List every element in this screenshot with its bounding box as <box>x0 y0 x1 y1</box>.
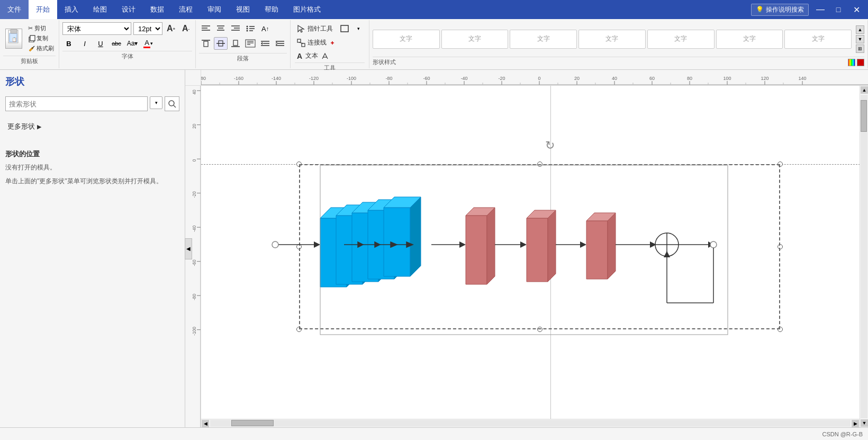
svg-marker-135 <box>410 197 421 276</box>
copy-button[interactable]: 复制 <box>26 34 56 43</box>
collapse-panel-btn[interactable]: ◀ <box>185 238 192 259</box>
tab-help[interactable]: 帮助 <box>257 0 286 19</box>
scroll-up-arrow[interactable]: ▲ <box>861 86 868 94</box>
scrollbar-horizontal[interactable]: ◀ ▶ <box>201 419 860 427</box>
tab-insert[interactable]: 插入 <box>57 0 86 19</box>
minimize-btn[interactable]: — <box>814 3 827 16</box>
position-desc: 没有打开的模具。 <box>5 163 179 172</box>
scroll-left-arrow[interactable]: ◀ <box>202 420 209 427</box>
shape-style-6[interactable]: 文字 <box>716 30 783 49</box>
svg-text:-20: -20 <box>498 76 505 81</box>
svg-rect-28 <box>246 40 255 47</box>
decrease-indent-btn[interactable] <box>258 37 272 50</box>
clipboard-label: 剪贴板 <box>3 56 56 66</box>
scroll-right-arrow[interactable]: ▶ <box>852 420 859 427</box>
svg-point-120 <box>272 241 278 248</box>
position-section: 形状的位置 没有打开的模具。 单击上面的"更多形状"菜单可浏览形状类别并打开模具… <box>5 149 179 186</box>
bullet-list-btn[interactable] <box>243 22 257 35</box>
drawing-canvas[interactable]: ↻ <box>201 86 868 427</box>
scroll-expand-btn[interactable]: ⊞ <box>856 44 864 53</box>
help-search-area[interactable]: 💡 操作说明搜索 <box>751 4 809 16</box>
shape-style-5[interactable]: 文字 <box>647 30 715 49</box>
search-button[interactable] <box>165 96 179 111</box>
valign-bottom-btn[interactable] <box>229 37 242 50</box>
scroll-thumb[interactable] <box>861 100 867 132</box>
svg-text:40: 40 <box>612 76 617 81</box>
svg-text:-140: -140 <box>272 76 281 81</box>
panel-title: 形状 <box>5 75 179 88</box>
shape-style-3[interactable]: 文字 <box>510 30 577 49</box>
tab-review[interactable]: 审阅 <box>200 0 229 19</box>
pointer-tool-btn[interactable]: 指针工具 <box>295 23 335 34</box>
search-dropdown-btn[interactable]: ▾ <box>150 96 162 109</box>
scroll-down-arrow[interactable]: ▼ <box>861 419 868 427</box>
align-left-btn[interactable] <box>199 22 213 35</box>
line-color-swatch[interactable] <box>857 59 864 66</box>
ribbon-tabs: 文件 开始 插入 绘图 设计 数据 流程 审阅 视图 帮助 图片格式 💡 操作说… <box>0 0 868 19</box>
cut-button[interactable]: ✂ 剪切 <box>26 24 56 33</box>
svg-text:40: 40 <box>192 89 197 94</box>
font-increase-btn[interactable]: A+ <box>165 22 177 35</box>
canvas-area[interactable]: -180 -160 -140 -120 -100 -80 -60 -40 -20… <box>185 70 868 427</box>
ribbon-body: 📋 ✂ 剪切 复制 格式刷 剪贴板 宋体 <box>0 19 868 70</box>
tab-start[interactable]: 开始 <box>29 0 57 19</box>
ruler-corner <box>185 70 201 86</box>
connector-tool-btn[interactable]: 连接线 <box>295 37 337 48</box>
search-row: ▾ <box>5 96 179 111</box>
svg-text:-40: -40 <box>192 226 197 232</box>
svg-marker-151 <box>527 218 548 282</box>
tab-data[interactable]: 数据 <box>143 0 171 19</box>
scroll-h-thumb[interactable] <box>231 420 274 426</box>
align-right-btn[interactable] <box>229 22 242 35</box>
svg-rect-42 <box>297 39 301 42</box>
paste-button[interactable]: 📋 <box>3 26 24 51</box>
valign-middle-btn[interactable] <box>214 37 228 50</box>
ruler-horizontal: -180 -160 -140 -120 -100 -80 -60 -40 -20… <box>201 70 868 86</box>
strikethrough-btn[interactable]: abc <box>110 37 123 50</box>
tab-draw[interactable]: 绘图 <box>86 0 114 19</box>
increase-indent-btn2[interactable] <box>273 37 287 50</box>
tab-flow[interactable]: 流程 <box>171 0 200 19</box>
position-title: 形状的位置 <box>5 149 179 159</box>
svg-text:0: 0 <box>538 76 540 81</box>
font-color-btn[interactable]: A ▾ <box>142 37 155 50</box>
font-name-select[interactable]: 宋体 <box>62 22 131 35</box>
tab-file[interactable]: 文件 <box>0 0 29 19</box>
tools-section: 指针工具 ▾ 连接线 A 文本 <box>291 20 369 68</box>
tab-picture-format[interactable]: 图片格式 <box>286 0 328 19</box>
shape-style-7[interactable]: 文字 <box>784 30 852 49</box>
svg-rect-27 <box>233 40 238 46</box>
paragraph-section: A↑ 段落 <box>196 20 291 68</box>
scroll-up-btn[interactable]: ▲ <box>856 25 864 34</box>
search-input[interactable] <box>5 96 148 111</box>
increase-indent-btn[interactable]: A↑ <box>258 22 272 35</box>
valign-top-btn[interactable] <box>199 37 213 50</box>
more-shapes-row[interactable]: 更多形状 ▶ <box>5 120 179 133</box>
shape-style-1[interactable]: 文字 <box>373 30 440 49</box>
svg-point-166 <box>710 241 717 248</box>
restore-btn[interactable]: □ <box>832 3 845 16</box>
align-center-btn[interactable] <box>214 22 228 35</box>
shape-rect-btn[interactable] <box>338 22 351 35</box>
underline-btn[interactable]: U <box>94 37 107 50</box>
font-size-select[interactable]: 12pt <box>133 22 162 35</box>
case-change-btn[interactable]: Aa▾ <box>126 37 139 50</box>
tab-design[interactable]: 设计 <box>114 0 143 19</box>
shape-dropdown-btn[interactable]: ▾ <box>352 22 365 35</box>
bold-btn[interactable]: B <box>62 37 75 50</box>
close-btn[interactable]: ✕ <box>850 3 863 16</box>
clipboard-small-buttons: ✂ 剪切 复制 格式刷 <box>26 24 56 53</box>
svg-rect-23 <box>204 41 208 47</box>
text-direction-btn[interactable] <box>243 37 257 50</box>
tab-view[interactable]: 视图 <box>229 0 257 19</box>
fill-color-swatch[interactable] <box>848 59 855 66</box>
shape-style-2[interactable]: 文字 <box>441 30 509 49</box>
shape-style-4[interactable]: 文字 <box>578 30 646 49</box>
format-brush-button[interactable]: 格式刷 <box>26 44 56 53</box>
scroll-down-btn[interactable]: ▼ <box>856 35 864 43</box>
text-tool-btn[interactable]: A 文本 <box>295 50 331 61</box>
scrollbar-vertical[interactable]: ▲ ▼ <box>860 86 868 427</box>
italic-btn[interactable]: I <box>78 37 91 50</box>
svg-text:-60: -60 <box>423 76 430 81</box>
font-decrease-btn[interactable]: A- <box>179 22 192 35</box>
